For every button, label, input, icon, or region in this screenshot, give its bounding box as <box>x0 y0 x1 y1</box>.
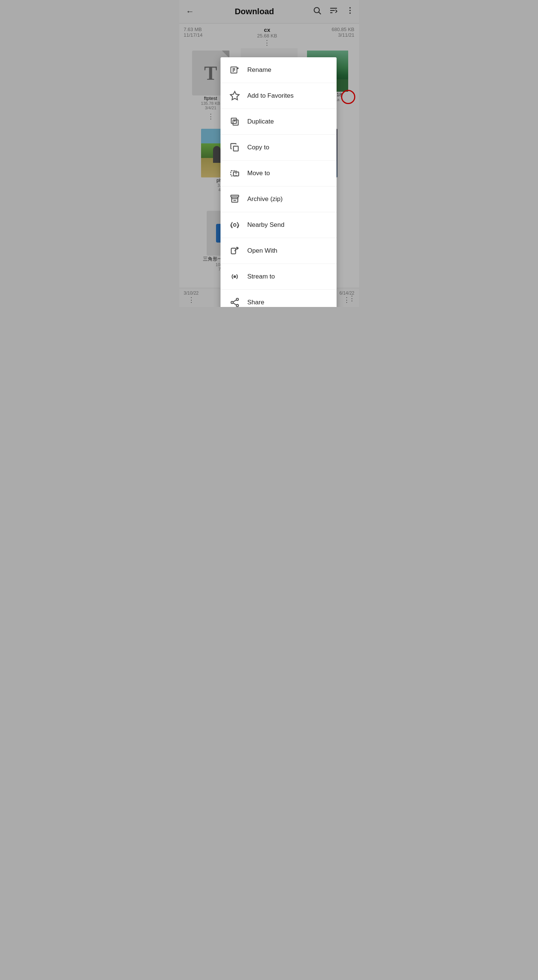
menu-label-duplicate: Duplicate <box>247 118 274 126</box>
menu-item-open-with[interactable]: Open With <box>221 238 337 264</box>
menu-label-move-to: Move to <box>247 170 270 177</box>
menu-label-nearby-send: Nearby Send <box>247 221 285 229</box>
svg-line-36 <box>233 303 236 305</box>
share-icon <box>228 296 242 307</box>
menu-item-stream-to[interactable]: Stream to <box>221 264 337 290</box>
open-with-icon <box>228 244 242 258</box>
menu-item-archive[interactable]: Archive (zip) <box>221 186 337 212</box>
svg-point-33 <box>231 301 233 304</box>
copy-icon <box>228 141 242 154</box>
duplicate-icon <box>228 115 242 128</box>
menu-label-archive: Archive (zip) <box>247 196 283 203</box>
menu-item-duplicate[interactable]: Duplicate <box>221 109 337 135</box>
svg-line-35 <box>233 300 236 302</box>
menu-item-share[interactable]: Share <box>221 290 337 307</box>
menu-label-add-favorites: Add to Favorites <box>247 92 294 100</box>
menu-item-nearby-send[interactable]: Nearby Send <box>221 212 337 238</box>
context-menu: Rename Add to Favorites <box>221 57 337 307</box>
svg-point-28 <box>233 224 236 226</box>
svg-point-32 <box>236 298 239 301</box>
menu-item-rename[interactable]: Rename <box>221 57 337 83</box>
menu-item-copy-to[interactable]: Copy to <box>221 135 337 161</box>
svg-rect-21 <box>233 146 238 151</box>
stream-icon <box>228 270 242 283</box>
move-icon <box>228 167 242 180</box>
svg-point-31 <box>233 275 236 278</box>
nearby-send-icon <box>228 218 242 232</box>
menu-label-rename: Rename <box>247 66 271 74</box>
menu-item-add-favorites[interactable]: Add to Favorites <box>221 83 337 109</box>
svg-point-34 <box>236 304 239 307</box>
menu-label-open-with: Open With <box>247 247 277 255</box>
page-wrapper: ← Download <box>179 0 359 307</box>
svg-rect-26 <box>231 197 237 199</box>
archive-icon <box>228 192 242 206</box>
menu-item-move-to[interactable]: Move to <box>221 161 337 186</box>
svg-point-30 <box>237 248 237 248</box>
svg-marker-16 <box>230 91 239 100</box>
menu-label-share: Share <box>247 299 264 306</box>
menu-label-copy-to: Copy to <box>247 144 269 151</box>
rename-icon <box>228 63 242 77</box>
svg-rect-25 <box>231 197 237 202</box>
menu-label-stream-to: Stream to <box>247 273 275 280</box>
star-icon <box>228 89 242 103</box>
